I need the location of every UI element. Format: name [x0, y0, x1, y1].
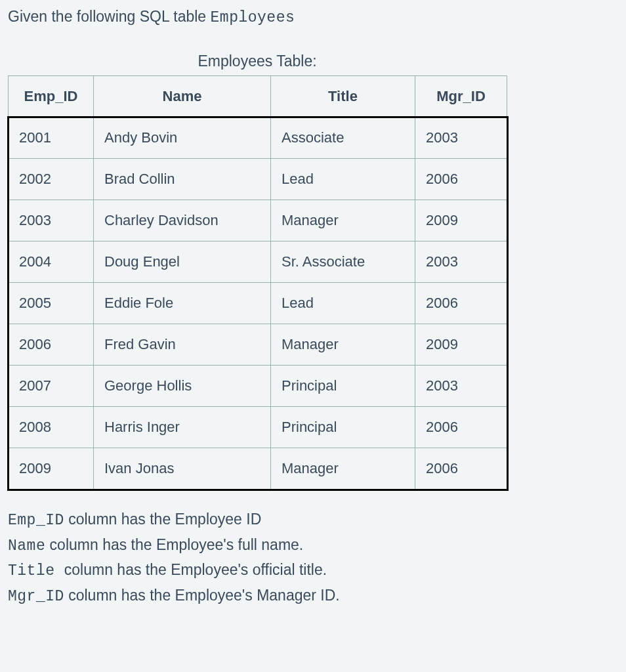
cell-mgrid: 2003 — [415, 242, 507, 283]
cell-title: Principal — [271, 407, 415, 448]
desc-title: Title column has the Employee's official… — [8, 558, 618, 583]
cell-title: Principal — [271, 366, 415, 407]
desc-title-text: column has the Employee's official title… — [64, 561, 327, 578]
table-row: 2004 Doug Engel Sr. Associate 2003 — [9, 242, 507, 283]
cell-name: Charley Davidson — [94, 200, 271, 242]
table-row: 2008 Harris Inger Principal 2006 — [9, 407, 507, 448]
col-header-name: Name — [94, 76, 271, 117]
cell-name: Doug Engel — [94, 242, 271, 283]
cell-name: George Hollis — [94, 366, 271, 407]
cell-name: Ivan Jonas — [94, 448, 271, 490]
table-row: 2007 George Hollis Principal 2003 — [9, 366, 507, 407]
cell-empid: 2008 — [9, 407, 94, 448]
intro-prefix: Given the following SQL table — [8, 8, 211, 25]
desc-mgrid-col: Mgr_ID — [8, 588, 64, 605]
desc-name: Name column has the Employee's full name… — [8, 534, 618, 558]
table-row: 2005 Eddie Fole Lead 2006 — [9, 283, 507, 324]
table-row: 2003 Charley Davidson Manager 2009 — [9, 200, 507, 242]
table-row: 2001 Andy Bovin Associate 2003 — [9, 117, 507, 159]
employees-table: Emp_ID Name Title Mgr_ID 2001 Andy Bovin… — [8, 75, 507, 490]
cell-title: Sr. Associate — [271, 242, 415, 283]
cell-empid: 2001 — [9, 117, 94, 159]
table-caption: Employees Table: — [8, 52, 507, 70]
desc-empid-col: Emp_ID — [8, 512, 64, 529]
table-row: 2006 Fred Gavin Manager 2009 — [9, 324, 507, 366]
desc-name-col: Name — [8, 537, 45, 555]
cell-empid: 2007 — [9, 366, 94, 407]
cell-empid: 2009 — [9, 448, 94, 490]
cell-name: Fred Gavin — [94, 324, 271, 366]
cell-name: Andy Bovin — [94, 117, 271, 159]
desc-empid-text: column has the Employee ID — [64, 511, 261, 528]
column-descriptions: Emp_ID column has the Employee ID Name c… — [8, 508, 618, 608]
desc-empid: Emp_ID column has the Employee ID — [8, 508, 618, 532]
cell-name: Eddie Fole — [94, 283, 271, 324]
desc-name-text: column has the Employee's full name. — [45, 536, 303, 553]
cell-mgrid: 2006 — [415, 448, 507, 490]
cell-mgrid: 2003 — [415, 366, 507, 407]
col-header-mgrid: Mgr_ID — [415, 76, 507, 117]
col-header-title: Title — [271, 76, 415, 117]
cell-title: Associate — [271, 117, 415, 159]
cell-mgrid: 2006 — [415, 407, 507, 448]
cell-empid: 2002 — [9, 159, 94, 200]
cell-title: Manager — [271, 448, 415, 490]
cell-mgrid: 2009 — [415, 200, 507, 242]
desc-title-col: Title — [8, 562, 64, 579]
cell-empid: 2006 — [9, 324, 94, 366]
desc-mgrid-text: column has the Employee's Manager ID. — [64, 587, 340, 604]
cell-mgrid: 2009 — [415, 324, 507, 366]
table-row: 2009 Ivan Jonas Manager 2006 — [9, 448, 507, 490]
cell-title: Lead — [271, 283, 415, 324]
cell-mgrid: 2003 — [415, 117, 507, 159]
cell-name: Brad Collin — [94, 159, 271, 200]
table-header-row: Emp_ID Name Title Mgr_ID — [9, 76, 507, 117]
col-header-empid: Emp_ID — [9, 76, 94, 117]
cell-empid: 2003 — [9, 200, 94, 242]
cell-title: Manager — [271, 200, 415, 242]
cell-empid: 2005 — [9, 283, 94, 324]
cell-title: Lead — [271, 159, 415, 200]
cell-title: Manager — [271, 324, 415, 366]
cell-name: Harris Inger — [94, 407, 271, 448]
cell-mgrid: 2006 — [415, 283, 507, 324]
intro-table-name: Employees — [211, 9, 295, 26]
cell-empid: 2004 — [9, 242, 94, 283]
intro-text: Given the following SQL table Employees — [8, 8, 618, 26]
table-row: 2002 Brad Collin Lead 2006 — [9, 159, 507, 200]
desc-mgrid: Mgr_ID column has the Employee's Manager… — [8, 584, 618, 608]
cell-mgrid: 2006 — [415, 159, 507, 200]
